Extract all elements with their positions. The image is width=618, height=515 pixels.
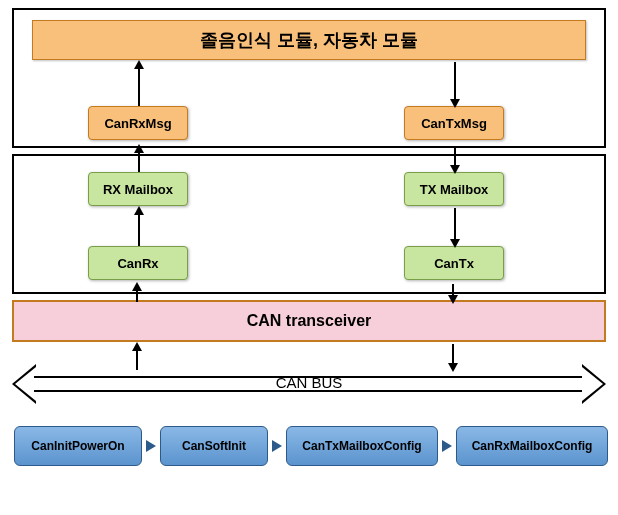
init-step-poweron: CanInitPowerOn <box>14 426 142 466</box>
init-step-txconfig-label: CanTxMailboxConfig <box>302 439 421 453</box>
can-rx-msg-label: CanRxMsg <box>104 116 171 131</box>
module-title-box: 졸음인식 모듈, 자동차 모듈 <box>32 20 586 60</box>
can-tx-box: CanTx <box>404 246 504 280</box>
rx-mailbox-box: RX Mailbox <box>88 172 188 206</box>
chain-arrow-3 <box>442 440 452 452</box>
can-rx-label: CanRx <box>117 256 158 271</box>
top-layer: 졸음인식 모듈, 자동차 모듈 CanRxMsg CanTxMsg <box>12 8 606 148</box>
tx-mailbox-label: TX Mailbox <box>420 182 489 197</box>
can-rx-box: CanRx <box>88 246 188 280</box>
arrow-canrx-to-rxmailbox <box>138 208 140 246</box>
arrow-module-to-txmsg <box>454 62 456 106</box>
tx-mailbox-box: TX Mailbox <box>404 172 504 206</box>
arrow-cantx-to-transceiver <box>452 284 454 302</box>
init-step-txconfig: CanTxMailboxConfig <box>286 426 438 466</box>
arrow-txmailbox-to-cantx <box>454 208 456 246</box>
chain-arrow-1 <box>146 440 156 452</box>
init-step-rxconfig-label: CanRxMailboxConfig <box>472 439 593 453</box>
can-tx-label: CanTx <box>434 256 474 271</box>
can-transceiver-box: CAN transceiver <box>12 300 606 342</box>
init-chain-row: CanInitPowerOn CanSoftInit CanTxMailboxC… <box>12 424 606 468</box>
init-step-rxconfig: CanRxMailboxConfig <box>456 426 608 466</box>
arrow-transceiver-to-canrx <box>136 284 138 302</box>
arrow-rxmailbox-to-rxmsg <box>138 146 140 172</box>
init-step-softinit: CanSoftInit <box>160 426 268 466</box>
can-bus-label: CAN BUS <box>12 374 606 391</box>
rx-mailbox-label: RX Mailbox <box>103 182 173 197</box>
can-bus-arrow: CAN BUS <box>12 362 606 406</box>
mid-layer: RX Mailbox TX Mailbox CanRx CanTx <box>12 154 606 294</box>
arrow-rxmsg-to-module <box>138 62 140 106</box>
can-tx-msg-label: CanTxMsg <box>421 116 487 131</box>
can-tx-msg-box: CanTxMsg <box>404 106 504 140</box>
module-title: 졸음인식 모듈, 자동차 모듈 <box>200 28 418 52</box>
can-rx-msg-box: CanRxMsg <box>88 106 188 140</box>
init-step-softinit-label: CanSoftInit <box>182 439 246 453</box>
chain-arrow-2 <box>272 440 282 452</box>
arrow-txmsg-to-txmailbox <box>454 146 456 172</box>
init-step-poweron-label: CanInitPowerOn <box>31 439 124 453</box>
can-transceiver-label: CAN transceiver <box>247 312 372 330</box>
